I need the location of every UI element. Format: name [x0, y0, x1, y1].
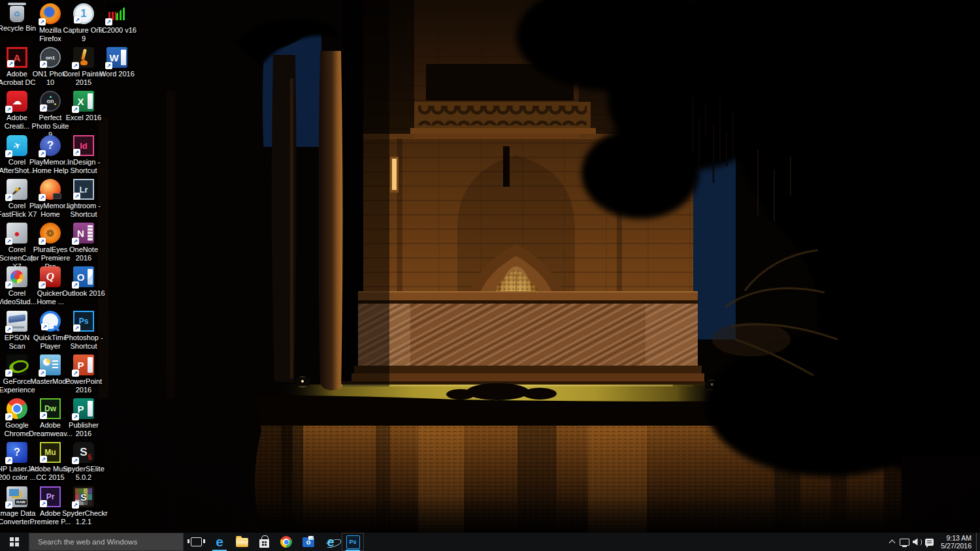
- desktop-icon-powerpoint[interactable]: P↗PowerPoint 2016: [62, 354, 105, 394]
- shortcut-arrow-icon: ↗: [40, 104, 47, 112]
- action-center-button[interactable]: [923, 533, 936, 551]
- desktop-icon-label: SpyderCheckr 1.2.1: [62, 509, 105, 526]
- desktop-icon-label: OneNote 2016: [62, 245, 105, 262]
- videostudio-icon: ↗: [7, 266, 27, 287]
- taskbar-empty-area: [364, 533, 886, 551]
- desktop-icon-onenote[interactable]: N↗OneNote 2016: [62, 223, 105, 262]
- shortcut-arrow-icon: ↗: [105, 18, 112, 25]
- shortcut-arrow-icon: ↗: [39, 150, 46, 157]
- shortcut-arrow-icon: ↗: [72, 457, 79, 464]
- shortcut-arrow-icon: ↗: [5, 281, 12, 289]
- excel-icon: X↗: [73, 91, 94, 112]
- desktop[interactable]: ♻Recycle Bin↗Mozilla Firefox1↗Capture On…: [0, 0, 980, 533]
- file-explorer-icon: [236, 538, 248, 547]
- task-view-button[interactable]: [184, 533, 208, 551]
- dreamweaver-icon: Dw↗: [40, 398, 61, 419]
- taskbar-app-chrome[interactable]: [275, 533, 297, 551]
- shortcut-arrow-icon: ↗: [40, 500, 47, 507]
- store-icon: [259, 539, 269, 548]
- shortcut-arrow-icon: ↗: [73, 149, 80, 156]
- quicken-icon: Q↗: [40, 266, 61, 287]
- hidden-icons-button[interactable]: [886, 533, 898, 551]
- taskbar-app-photoshop[interactable]: Ps: [342, 533, 364, 551]
- muse-icon: Mu↗: [40, 442, 61, 463]
- taskbar-app-store[interactable]: [253, 533, 275, 551]
- volume-button[interactable]: [911, 533, 923, 551]
- taskbar: Search the web and Windows eoePs 9:13 AM…: [0, 533, 980, 551]
- taskbar-pinned-apps: eoePs: [208, 533, 364, 551]
- desktop-icon-label: Photoshop - Shortcut: [62, 334, 105, 351]
- desktop-icon-label: lightroom - Shortcut: [62, 202, 105, 219]
- taskbar-clock[interactable]: 9:13 AM 5/27/2016: [936, 534, 976, 550]
- shortcut-arrow-icon: ↗: [5, 326, 12, 333]
- show-desktop-button[interactable]: [976, 533, 980, 551]
- shortcut-arrow-icon: ↗: [72, 281, 79, 289]
- shortcut-arrow-icon: ↗: [72, 238, 79, 245]
- powerpoint-icon: P↗: [73, 354, 94, 375]
- system-tray: 9:13 AM 5/27/2016: [886, 533, 980, 551]
- outlook-icon: o: [302, 537, 314, 547]
- shortcut-arrow-icon: ↗: [72, 62, 79, 69]
- firefox-icon: ↗: [40, 3, 61, 24]
- pluraleyes-icon: ❁↗: [40, 223, 61, 244]
- indesign-icon: Id↗: [73, 135, 94, 156]
- shortcut-arrow-icon: ↗: [74, 16, 81, 24]
- photoshop-icon: Ps↗: [73, 311, 94, 332]
- taskbar-app-file-explorer[interactable]: [231, 533, 253, 551]
- shortcut-arrow-icon: ↗: [5, 370, 12, 377]
- desktop-icon-publisher[interactable]: P↗Publisher 2016: [62, 398, 105, 438]
- premiere-icon: Pr↗: [40, 486, 61, 507]
- shortcut-arrow-icon: ↗: [39, 238, 46, 245]
- desktop-icon-lightroom[interactable]: Lr↗lightroom - Shortcut: [62, 179, 105, 219]
- shortcut-arrow-icon: ↗: [7, 60, 14, 67]
- shortcut-arrow-icon: ↗: [5, 194, 12, 201]
- desktop-icon-label: Publisher 2016: [62, 421, 105, 438]
- taskbar-app-edge[interactable]: e: [208, 533, 231, 551]
- shortcut-arrow-icon: ↗: [41, 323, 48, 330]
- action-center-icon: [925, 539, 934, 546]
- shortcut-arrow-icon: ↗: [72, 370, 79, 377]
- quicktime-icon: ↗: [40, 311, 61, 332]
- desktop-icon-photoshop[interactable]: Ps↗Photoshop - Shortcut: [62, 311, 105, 351]
- internet-explorer-icon: e: [327, 535, 334, 548]
- spydercheckr-icon: S↗: [73, 486, 94, 507]
- shortcut-arrow-icon: ↗: [40, 412, 47, 419]
- edge-icon: e: [216, 535, 223, 548]
- shortcut-arrow-icon: ↗: [39, 18, 46, 25]
- taskbar-search-box[interactable]: Search the web and Windows: [29, 533, 184, 551]
- painter-icon: ↗: [73, 47, 94, 68]
- taskbar-app-internet-explorer[interactable]: e: [319, 533, 342, 551]
- chrome-icon: ↗: [7, 398, 27, 419]
- lightroom-icon: Lr↗: [73, 179, 94, 200]
- shortcut-arrow-icon: ↗: [5, 150, 12, 157]
- desktop-icon-outlook[interactable]: O↗Outlook 2016: [62, 266, 105, 298]
- perfect-photo-icon: on↗: [40, 91, 61, 112]
- task-view-icon: [191, 537, 202, 546]
- pm-help-icon: ?↗: [40, 135, 61, 156]
- chevron-up-icon: [889, 540, 896, 546]
- network-button[interactable]: [898, 533, 911, 551]
- desktop-icon-tc2000[interactable]: ↗TC2000 v16: [95, 3, 139, 35]
- desktop-icon-label: Word 2016: [95, 70, 139, 78]
- network-icon: [900, 539, 909, 546]
- photoshop-icon: Ps: [346, 535, 360, 549]
- desktop-icon-spydercheckr[interactable]: S↗SpyderCheckr 1.2.1: [62, 486, 105, 526]
- start-button[interactable]: [0, 533, 29, 551]
- shortcut-arrow-icon: ↗: [72, 413, 79, 420]
- search-placeholder: Search the web and Windows: [38, 538, 137, 546]
- onenote-icon: N↗: [73, 223, 94, 244]
- desktop-icon-spyder5elite[interactable]: S5↗SpyderSElite 5.0.2: [62, 442, 105, 482]
- desktop-icon-label: TC2000 v16: [95, 26, 139, 35]
- desktop-icon-word[interactable]: W↗Word 2016: [95, 47, 139, 78]
- shortcut-arrow-icon: ↗: [105, 62, 112, 69]
- shortcut-arrow-icon: ↗: [5, 106, 12, 113]
- capture-one-icon: 1↗: [73, 3, 94, 24]
- pm-home-icon: ↗: [40, 179, 61, 200]
- taskbar-app-outlook[interactable]: o: [297, 533, 319, 551]
- desktop-icon-indesign[interactable]: Id↗InDesign - Shortcut: [62, 135, 105, 175]
- chrome-icon: [280, 536, 292, 548]
- desktop-icon-excel[interactable]: X↗Excel 2016: [62, 91, 105, 122]
- shortcut-arrow-icon: ↗: [73, 193, 80, 200]
- shortcut-arrow-icon: ↗: [72, 501, 79, 509]
- clock-time: 9:13 AM: [946, 534, 972, 542]
